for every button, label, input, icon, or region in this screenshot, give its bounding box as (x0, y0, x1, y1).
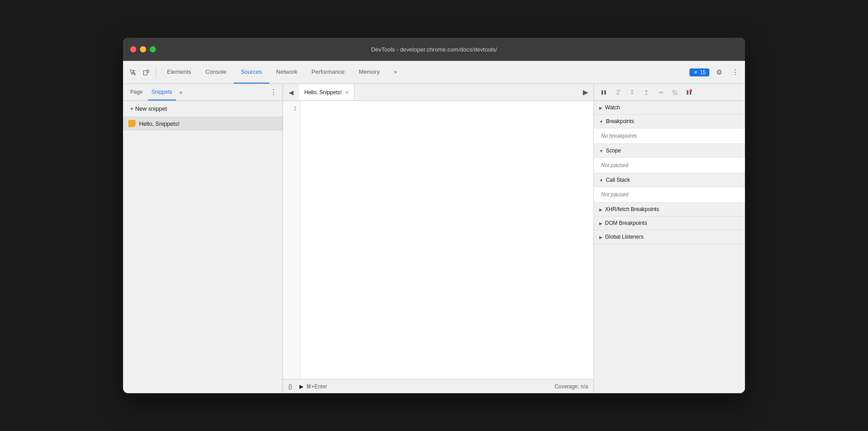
traffic-lights (130, 46, 156, 52)
inspect-icon[interactable] (127, 66, 139, 79)
right-panel-content: Watch Breakpoints No breakpoints Scope N… (594, 101, 745, 393)
scope-chevron-icon (599, 148, 603, 153)
device-icon[interactable] (140, 66, 152, 79)
call-stack-section-content: Not paused (594, 187, 745, 203)
tab-network[interactable]: Network (269, 61, 305, 84)
maximize-button[interactable] (150, 46, 156, 52)
minimize-button[interactable] (140, 46, 146, 52)
coverage-label: Coverage: n/a (555, 383, 588, 390)
tab-more[interactable]: » (387, 61, 404, 84)
tab-console[interactable]: Console (198, 61, 234, 84)
step-into-button[interactable] (626, 86, 638, 99)
watch-section-label: Watch (605, 104, 620, 111)
devtools-body: Page Snippets » ⋮ + New snippet Hel (123, 84, 745, 393)
scope-section-header[interactable]: Scope (594, 144, 745, 158)
new-snippet-button[interactable]: + New snippet (123, 101, 283, 116)
call-stack-section-label: Call Stack (606, 177, 630, 183)
tab-sources[interactable]: Sources (234, 61, 269, 84)
run-play-icon: ▶ (299, 383, 303, 390)
dom-chevron-icon (599, 221, 602, 226)
svg-rect-3 (601, 90, 603, 95)
global-listeners-chevron-icon (599, 235, 602, 239)
dom-section-label: DOM Breakpoints (605, 220, 647, 226)
step-out-button[interactable] (640, 86, 653, 99)
svg-rect-4 (605, 90, 606, 95)
format-button[interactable]: {} (288, 383, 292, 390)
svg-point-12 (689, 89, 692, 92)
global-listeners-section-label: Global Listeners (605, 234, 644, 240)
xhr-breakpoints-section-header[interactable]: XHR/fetch Breakpoints (594, 203, 745, 216)
editor-footer: {} ▶ ⌘+Enter Coverage: n/a (283, 379, 593, 393)
editor-tab-close-icon[interactable]: × (345, 89, 349, 96)
toolbar-icon-group (127, 66, 156, 79)
scope-section-content: Not paused (594, 158, 745, 173)
step-over-button[interactable] (612, 86, 624, 99)
breakpoints-section-label: Breakpoints (606, 118, 634, 124)
editor-panel: ◀ Hello, Snippets! × ▶ 1 {} ▶ (283, 84, 594, 393)
devtools-toolbar: Elements Console Sources Network Perform… (123, 61, 745, 84)
breakpoints-section-content: No breakpoints (594, 128, 745, 144)
svg-rect-1 (147, 70, 149, 72)
step-button[interactable] (654, 86, 667, 99)
code-editor[interactable] (301, 101, 593, 379)
run-snippet-button[interactable]: ▶ ⌘+Enter (299, 383, 327, 390)
snippet-item[interactable]: Hello, Snippets! (123, 116, 283, 131)
svg-rect-0 (143, 71, 147, 75)
panel-tab-menu-icon[interactable]: ⋮ (268, 87, 279, 98)
left-panel-content: + New snippet Hello, Snippets! (123, 101, 283, 393)
svg-rect-10 (687, 90, 689, 95)
window-title: DevTools - developer.chrome.com/docs/dev… (371, 46, 497, 53)
tab-performance[interactable]: Performance (304, 61, 351, 84)
notification-badge[interactable]: 15 (689, 68, 709, 76)
xhr-chevron-icon (599, 207, 602, 212)
breakpoints-chevron-icon (599, 119, 603, 124)
settings-icon[interactable]: ⚙ (713, 66, 725, 79)
left-panel: Page Snippets » ⋮ + New snippet Hel (123, 84, 283, 393)
pause-on-exception-button[interactable] (683, 86, 695, 99)
call-stack-chevron-icon (599, 178, 603, 183)
scope-section-label: Scope (606, 148, 621, 154)
editor-tabs: ◀ Hello, Snippets! × ▶ (283, 84, 593, 101)
debugger-toolbar (594, 84, 745, 101)
left-panel-tabs: Page Snippets » ⋮ (123, 84, 283, 101)
dom-breakpoints-section-header[interactable]: DOM Breakpoints (594, 216, 745, 230)
watch-chevron-icon (599, 105, 602, 110)
snippet-file-icon (128, 120, 135, 127)
deactivate-breakpoints-button[interactable] (669, 86, 681, 99)
more-options-icon[interactable]: ⋮ (729, 66, 741, 79)
right-panel: Watch Breakpoints No breakpoints Scope N… (594, 84, 745, 393)
call-stack-section-header[interactable]: Call Stack (594, 173, 745, 187)
title-bar: DevTools - developer.chrome.com/docs/dev… (123, 38, 745, 61)
line-numbers: 1 (283, 101, 301, 379)
close-button[interactable] (130, 46, 136, 52)
main-tab-list: Elements Console Sources Network Perform… (160, 61, 689, 84)
editor-tab-snippet[interactable]: Hello, Snippets! × (299, 84, 354, 100)
global-listeners-section-header[interactable]: Global Listeners (594, 230, 745, 244)
devtools-window: DevTools - developer.chrome.com/docs/dev… (123, 38, 745, 393)
tab-elements[interactable]: Elements (160, 61, 198, 84)
toolbar-right: 15 ⚙ ⋮ (689, 66, 741, 79)
editor-toggle-button[interactable]: ◀ (283, 84, 299, 100)
panel-tab-page[interactable]: Page (127, 84, 146, 100)
tab-memory[interactable]: Memory (352, 61, 387, 84)
xhr-section-label: XHR/fetch Breakpoints (605, 206, 659, 212)
editor-body: 1 (283, 101, 593, 379)
panel-tab-snippets[interactable]: Snippets (148, 84, 176, 100)
editor-run-button[interactable]: ▶ (577, 84, 593, 100)
panel-tab-more[interactable]: » (178, 89, 184, 96)
breakpoints-section-header[interactable]: Breakpoints (594, 115, 745, 128)
watch-section-header[interactable]: Watch (594, 101, 745, 115)
pause-button[interactable] (597, 86, 610, 99)
